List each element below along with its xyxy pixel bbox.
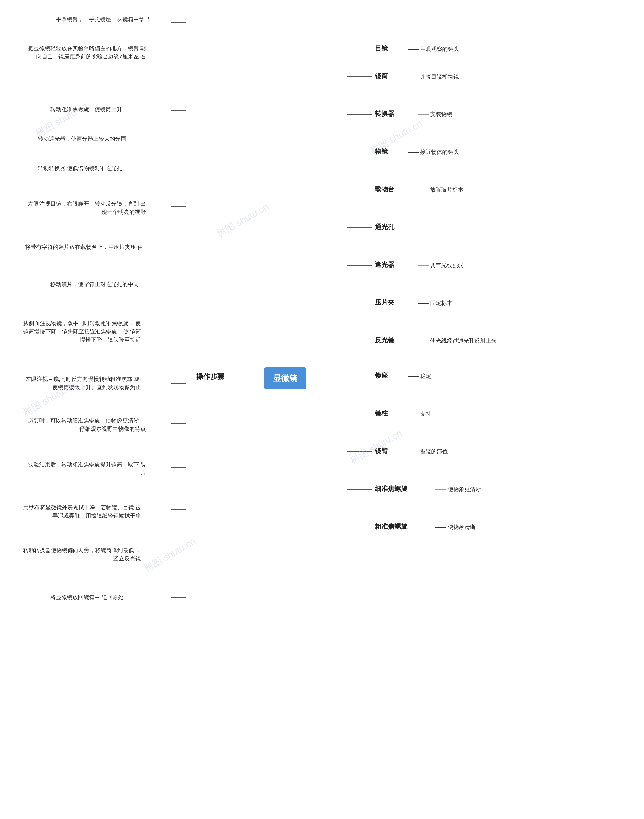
part-label-r13: 细准焦螺旋 <box>375 485 408 493</box>
watermark-6: 树图 shutu.cn <box>142 535 198 575</box>
part-label-r4: 物镜 <box>375 147 388 156</box>
part-label-r6: 通光孔 <box>375 223 394 232</box>
part-desc-r2: —— 连接目镜和物镜 <box>408 73 459 81</box>
ops-node: 操作步骤 <box>196 372 224 382</box>
part-label-r8: 压片夹 <box>375 298 394 307</box>
part-label-r12: 镜臂 <box>375 446 388 456</box>
part-desc-r3: —— 安装物镜 <box>418 111 452 118</box>
step-l14: 转动转换器使物镜偏向两旁，将镜筒降到最低 ，竖立反光镜 <box>20 546 141 563</box>
step-l9: 从侧面注视物镜，双手同时转动粗准焦螺旋， 使镜筒慢慢下降，镜头降至接近准焦螺旋，… <box>20 319 141 344</box>
step-l8: 移动装片，使字符正对通光孔的中间 <box>50 280 139 288</box>
part-desc-r10: —— 稳定 <box>408 373 431 380</box>
step-l4: 转动遮光器，使遮光器上较大的光圈 <box>38 135 126 143</box>
part-label-r11: 镜柱 <box>375 409 388 418</box>
part-desc-r7: —— 调节光线强弱 <box>418 262 463 269</box>
watermark-2: 树图 shutu.cn <box>215 200 271 240</box>
part-desc-r14: —— 使物象清晰 <box>435 523 475 531</box>
step-l7: 将带有字符的装片放在载物台上，用压片夹压 住 <box>25 243 143 251</box>
step-l15: 将显微镜放回镜箱中,送回原处 <box>50 593 124 601</box>
part-label-r10: 镜座 <box>375 371 388 380</box>
part-desc-r1: —— 用眼观察的镜头 <box>408 45 459 53</box>
part-label-r3: 转换器 <box>375 109 394 118</box>
step-l12: 实验结束后，转动粗准焦螺旋提升镜筒，取下 装片 <box>25 460 146 477</box>
part-desc-r4: —— 接近物体的镜头 <box>408 149 459 156</box>
mindmap-container: 显微镜 操作步骤 目镜 —— 用眼观察的镜头 镜筒 —— 连接目镜和物镜 转换器… <box>0 0 644 819</box>
part-desc-r11: —— 支持 <box>408 410 431 418</box>
step-l11: 必要时，可以转动细准焦螺旋，使物像更清晰 。仔细观察视野中物像的特点 <box>25 416 146 433</box>
part-label-r14: 粗准焦螺旋 <box>375 522 408 531</box>
part-label-r7: 遮光器 <box>375 261 394 269</box>
step-l5: 转动转换器,使低倍物镜对准通光孔 <box>38 164 122 172</box>
part-label-r1: 目镜 <box>375 44 388 53</box>
part-desc-r5: —— 放置玻片标本 <box>418 186 463 194</box>
step-l10: 左眼注视目镜,同时反方向慢慢转动粗准焦螺 旋,使镜筒缓缓上升。直到发现物像为止 <box>20 375 141 391</box>
part-label-r2: 镜筒 <box>375 72 388 81</box>
part-desc-r9: —— 使光线经过通光孔反射上来 <box>418 337 497 345</box>
center-node: 显微镜 <box>264 367 307 390</box>
part-desc-r12: —— 握镜的部位 <box>408 448 448 456</box>
part-desc-r13: —— 使物象更清晰 <box>435 486 481 493</box>
step-l6: 左眼注视目镜，右眼睁开，转动反光镜，直到 出现一个明亮的视野 <box>25 199 146 216</box>
part-desc-r8: —— 固定标本 <box>418 299 452 307</box>
part-label-r9: 反光镜 <box>375 336 394 345</box>
part-label-r5: 载物台 <box>375 185 394 194</box>
step-l2: 把显微镜轻轻放在实验台略偏左的地方，镜臂 朝向自己，镜座距身前的实验台边缘7厘米… <box>25 44 146 61</box>
step-l1: 一手拿镜臂，一手托镜座，从镜箱中拿出 <box>50 15 150 23</box>
step-l13: 用纱布将显微镜外表擦拭干净。若物镜、目镜 被弄湿或弄脏，用擦镜纸轻轻擦拭干净 <box>20 503 141 520</box>
connector-lines <box>0 0 644 819</box>
step-l3: 转动粗准焦螺旋，使镜筒上升 <box>50 105 122 113</box>
